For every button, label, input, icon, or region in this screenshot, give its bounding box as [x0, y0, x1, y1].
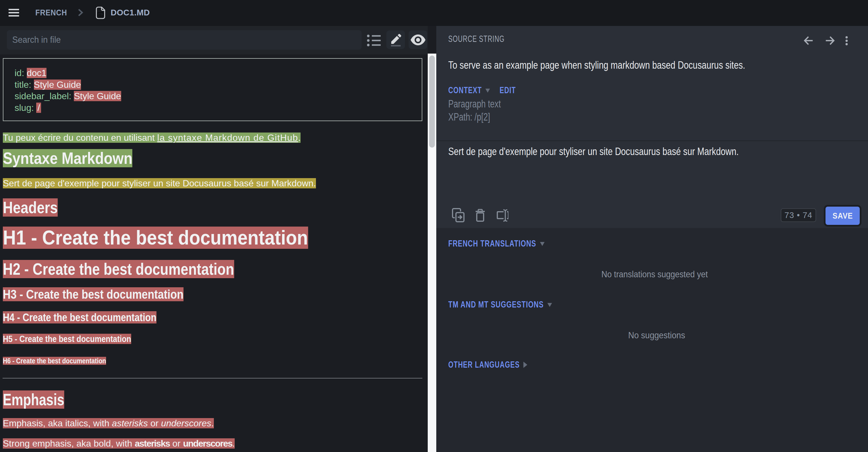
svg-text:M↓: M↓	[98, 13, 102, 16]
